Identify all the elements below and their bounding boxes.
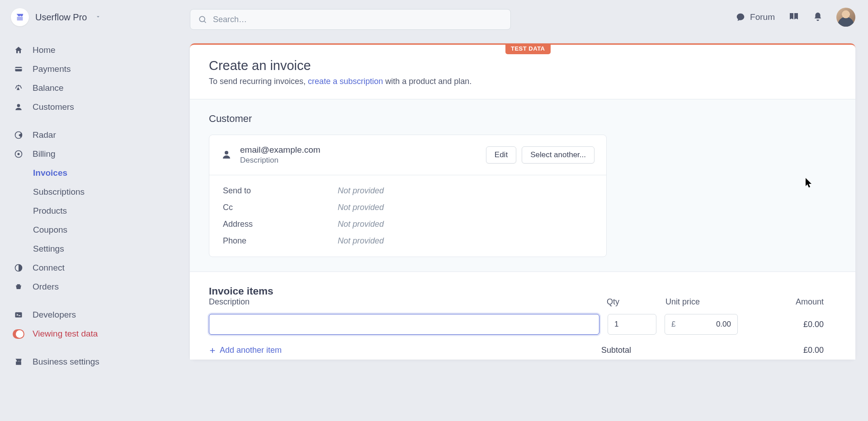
sidebar-item-business-settings[interactable]: Business settings	[13, 352, 176, 371]
sidebar-item-billing[interactable]: Billing	[13, 145, 176, 164]
chevron-down-icon	[95, 14, 101, 21]
customer-actions: Edit Select another...	[486, 146, 594, 164]
test-data-badge: TEST DATA	[505, 43, 551, 54]
sidebar-item-label: Balance	[33, 83, 64, 93]
subtitle-pre: To send recurring invoices,	[209, 77, 308, 86]
invoice-items-section: Invoice items Description Qty Unit price…	[190, 272, 855, 360]
detail-value: Not provided	[338, 236, 384, 246]
currency-symbol: £	[671, 320, 675, 329]
customer-details: Send to Not provided Cc Not provided Add…	[209, 175, 606, 257]
sidebar-item-products[interactable]: Products	[13, 201, 176, 220]
sidebar-item-invoices[interactable]: Invoices	[13, 164, 176, 182]
customer-desc: Description	[240, 156, 486, 165]
col-description: Description	[209, 297, 607, 307]
svg-rect-3	[15, 68, 22, 70]
sidebar-item-label: Products	[33, 206, 67, 216]
docs-icon[interactable]	[788, 11, 799, 23]
brand-logo	[11, 8, 29, 26]
sidebar-item-customers[interactable]: Customers	[13, 98, 176, 117]
col-amount: Amount	[751, 297, 836, 307]
sidebar-item-label: Developers	[33, 310, 76, 320]
sidebar-item-label: Viewing test data	[33, 329, 98, 339]
search-icon	[198, 15, 207, 25]
items-columns: Description Qty Unit price Amount	[209, 297, 836, 307]
page-subtitle: To send recurring invoices, create a sub…	[209, 77, 836, 86]
forum-link[interactable]: Forum	[736, 12, 775, 22]
select-another-button[interactable]: Select another...	[522, 146, 594, 164]
svg-point-4	[17, 104, 20, 107]
sidebar-item-home[interactable]: Home	[13, 41, 176, 60]
svg-point-7	[18, 153, 20, 155]
billing-icon	[13, 150, 24, 159]
item-amount: £0.00	[746, 320, 836, 329]
invoice-item-row: £ £0.00	[209, 314, 836, 335]
add-item-button[interactable]: Add another item	[209, 346, 282, 355]
sidebar-item-label: Orders	[33, 282, 59, 292]
sidebar-item-label: Home	[33, 45, 56, 55]
subtotal-label: Subtotal	[601, 346, 692, 355]
top-right: Forum	[736, 0, 855, 34]
sidebar-item-label: Radar	[33, 130, 56, 140]
sidebar-item-label: Invoices	[33, 168, 67, 178]
bell-icon[interactable]	[813, 12, 823, 23]
detail-value: Not provided	[338, 220, 384, 229]
col-unit-price: Unit price	[665, 297, 751, 307]
detail-label: Phone	[223, 236, 338, 246]
add-item-label: Add another item	[220, 346, 282, 355]
search-wrap	[190, 9, 511, 30]
detail-label: Send to	[223, 186, 338, 196]
toggle-icon	[13, 329, 24, 339]
item-price-input-wrap[interactable]: £	[665, 314, 738, 335]
svg-line-1	[204, 21, 206, 23]
sidebar-item-coupons[interactable]: Coupons	[13, 220, 176, 239]
sidebar-item-test-data[interactable]: Viewing test data	[13, 324, 176, 343]
forum-label: Forum	[750, 12, 775, 22]
sidebar-item-developers[interactable]: Developers	[13, 305, 176, 324]
customer-heading: Customer	[209, 113, 836, 125]
sidebar-item-label: Subscriptions	[33, 187, 85, 197]
connect-icon	[13, 263, 24, 272]
payments-icon	[13, 65, 24, 74]
detail-value: Not provided	[338, 186, 384, 196]
customer-section: Customer email@example.com Description E…	[190, 99, 855, 272]
detail-label: Cc	[223, 203, 338, 212]
search-input[interactable]	[190, 9, 511, 30]
detail-label: Address	[223, 220, 338, 229]
customer-card: email@example.com Description Edit Selec…	[209, 135, 607, 257]
sidebar-item-label: Billing	[33, 149, 56, 159]
radar-icon	[13, 131, 24, 140]
subtotal-value: £0.00	[692, 346, 836, 355]
person-icon	[221, 149, 232, 161]
terminal-icon	[13, 310, 24, 319]
sidebar-item-connect[interactable]: Connect	[13, 258, 176, 277]
sidebar-item-radar[interactable]: Radar	[13, 126, 176, 145]
customers-icon	[13, 103, 24, 112]
detail-row-cc: Cc Not provided	[223, 203, 593, 212]
store-icon	[15, 12, 25, 22]
workspace-switcher[interactable]: Userflow Pro	[11, 8, 101, 26]
home-icon	[13, 46, 24, 55]
col-qty: Qty	[607, 297, 665, 307]
sidebar-item-orders[interactable]: Orders	[13, 277, 176, 296]
sidebar-item-balance[interactable]: Balance	[13, 79, 176, 98]
customer-card-header: email@example.com Description Edit Selec…	[209, 135, 606, 175]
sidebar-item-label: Connect	[33, 263, 65, 273]
sidebar: Home Payments Balance Customers Radar Bi…	[0, 41, 176, 371]
item-description-input[interactable]	[209, 314, 599, 335]
item-qty-input[interactable]	[608, 314, 656, 335]
brand-name: Userflow Pro	[35, 12, 87, 23]
sidebar-item-label: Settings	[33, 244, 64, 254]
svg-point-10	[225, 151, 228, 154]
create-subscription-link[interactable]: create a subscription	[308, 77, 383, 86]
item-price-input[interactable]	[675, 320, 731, 329]
sidebar-item-payments[interactable]: Payments	[13, 60, 176, 79]
topbar: Userflow Pro Forum	[0, 0, 868, 34]
detail-value: Not provided	[338, 203, 384, 212]
page-title: Create an invoice	[209, 58, 836, 73]
orders-icon	[13, 282, 24, 291]
sidebar-item-settings[interactable]: Settings	[13, 239, 176, 258]
avatar[interactable]	[836, 8, 855, 27]
balance-icon	[13, 84, 24, 93]
sidebar-item-subscriptions[interactable]: Subscriptions	[13, 182, 176, 201]
edit-customer-button[interactable]: Edit	[486, 146, 516, 164]
